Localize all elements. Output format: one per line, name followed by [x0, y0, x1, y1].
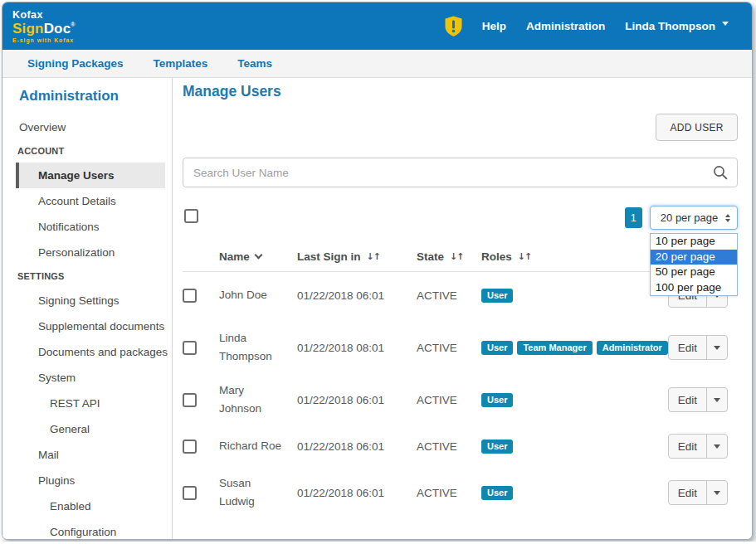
- logo-tagline: E-sign with Kofax: [12, 38, 76, 44]
- edit-split-button: Edit: [668, 387, 728, 412]
- user-name-cell: Richard Roe: [219, 437, 297, 455]
- edit-button[interactable]: Edit: [669, 388, 706, 411]
- edit-dropdown-toggle[interactable]: [706, 336, 727, 359]
- state-cell: ACTIVE: [417, 289, 481, 302]
- manage-users-panel: Manage Users ADD USER 1 20 per page: [173, 78, 753, 540]
- role-badge: User: [481, 486, 513, 500]
- user-menu[interactable]: Linda Thompson: [625, 20, 729, 32]
- column-header-last-sign-in[interactable]: Last Sign in ↓↑: [297, 250, 417, 263]
- sidebar-item-rest-api[interactable]: REST API: [2, 391, 172, 416]
- nav-templates[interactable]: Templates: [154, 57, 208, 70]
- sidebar-item-documents-and-packages[interactable]: Documents and packages: [2, 339, 172, 365]
- sort-both-icon: ↓↑: [450, 251, 463, 262]
- per-page-option-100[interactable]: 100 per page: [651, 280, 737, 296]
- last-sign-in-cell: 01/22/2018 06:01: [297, 289, 417, 302]
- row-checkbox[interactable]: [183, 440, 197, 454]
- edit-split-button: Edit: [668, 335, 728, 360]
- select-all-checkbox[interactable]: [184, 209, 198, 223]
- sidebar-item-signing-settings[interactable]: Signing Settings: [2, 288, 172, 313]
- table-row: Richard Roe 01/22/2018 06:01 ACTIVE User…: [183, 423, 738, 469]
- row-checkbox[interactable]: [183, 486, 197, 500]
- per-page-option-10[interactable]: 10 per page: [651, 234, 737, 250]
- main-nav-bar: Signing Packages Templates Teams: [2, 50, 752, 78]
- column-header-state[interactable]: State ↓↑: [417, 250, 481, 263]
- administration-link[interactable]: Administration: [526, 20, 605, 32]
- state-cell: ACTIVE: [417, 342, 481, 354]
- user-name-cell: Linda Thompson: [219, 329, 297, 365]
- edit-button[interactable]: Edit: [669, 435, 706, 458]
- state-cell: ACTIVE: [417, 440, 481, 453]
- sidebar-item-personalization[interactable]: Personalization: [2, 240, 172, 265]
- role-badge: User: [481, 393, 513, 407]
- last-sign-in-cell: 01/22/2018 06:01: [297, 487, 417, 499]
- sidebar-item-manage-users[interactable]: Manage Users: [16, 163, 165, 188]
- content-area: Administration Overview ACCOUNT Manage U…: [2, 78, 752, 540]
- row-checkbox[interactable]: [183, 393, 197, 407]
- per-page-option-50[interactable]: 50 per page: [651, 265, 737, 280]
- sidebar-section-settings: SETTINGS: [2, 265, 172, 288]
- role-badge: User: [481, 440, 513, 454]
- last-sign-in-cell: 01/22/2018 06:01: [297, 440, 417, 453]
- chevron-down-icon: [722, 22, 729, 26]
- sidebar-item-overview[interactable]: Overview: [2, 114, 172, 140]
- role-badge: User: [481, 289, 513, 303]
- role-badge: Administrator: [597, 341, 668, 355]
- edit-button[interactable]: Edit: [669, 481, 706, 504]
- state-cell: ACTIVE: [417, 487, 481, 499]
- logo-brand: Kofax: [12, 10, 76, 21]
- add-user-button[interactable]: ADD USER: [656, 114, 737, 141]
- sidebar-item-notifications[interactable]: Notifications: [2, 214, 172, 240]
- kofax-signdoc-logo: Kofax SignDoc® E-sign with Kofax: [12, 8, 76, 43]
- nav-signing-packages[interactable]: Signing Packages: [27, 57, 124, 70]
- sort-desc-icon: [254, 251, 262, 260]
- user-name: Linda Thompson: [625, 20, 715, 32]
- user-name-cell: John Doe: [219, 286, 297, 304]
- column-header-roles[interactable]: Roles ↓↑: [481, 250, 668, 263]
- top-header-bar: Kofax SignDoc® E-sign with Kofax Help Ad…: [2, 2, 752, 50]
- edit-split-button: Edit: [668, 434, 728, 459]
- search-input[interactable]: [183, 158, 738, 187]
- row-checkbox[interactable]: [183, 289, 197, 303]
- trademark-icon: ®: [71, 22, 75, 27]
- warning-shield-icon[interactable]: [445, 16, 462, 36]
- help-link[interactable]: Help: [482, 20, 506, 32]
- last-sign-in-cell: 01/22/2018 06:01: [297, 394, 417, 406]
- per-page-value: 20 per page: [661, 211, 718, 224]
- sidebar-item-account-details[interactable]: Account Details: [2, 188, 172, 214]
- search-icon[interactable]: [713, 165, 728, 180]
- caret-down-icon: [714, 491, 720, 495]
- edit-dropdown-toggle[interactable]: [706, 435, 727, 458]
- page-number-button[interactable]: 1: [625, 207, 642, 228]
- last-sign-in-cell: 01/22/2018 08:01: [297, 342, 417, 354]
- row-checkbox[interactable]: [183, 341, 197, 355]
- table-row: Linda Thompson 01/22/2018 08:01 ACTIVE U…: [183, 318, 738, 376]
- sort-both-icon: ↓↑: [367, 251, 380, 262]
- table-row: Susan Ludwig 01/22/2018 06:01 ACTIVE Use…: [183, 469, 738, 516]
- sidebar-item-configuration[interactable]: Configuration: [2, 519, 172, 540]
- sidebar-item-system[interactable]: System: [2, 365, 172, 391]
- sidebar-item-supplemental-documents[interactable]: Supplemental documents: [2, 313, 172, 339]
- caret-down-icon: [714, 346, 720, 350]
- page-title: Manage Users: [183, 83, 738, 100]
- topbar-right-menu: Help Administration Linda Thompson: [445, 16, 729, 36]
- caret-down-icon: [714, 398, 720, 402]
- sidebar-item-enabled[interactable]: Enabled: [2, 493, 172, 519]
- sidebar-item-mail[interactable]: Mail: [2, 442, 172, 468]
- per-page-select[interactable]: 20 per page: [650, 206, 738, 230]
- sidebar-item-plugins[interactable]: Plugins: [2, 468, 172, 493]
- sidebar-item-general[interactable]: General: [2, 416, 172, 442]
- caret-down-icon: [714, 444, 720, 449]
- user-name-cell: Mary Johnson: [219, 381, 297, 417]
- edit-dropdown-toggle[interactable]: [706, 388, 727, 411]
- nav-teams[interactable]: Teams: [237, 57, 272, 70]
- edit-split-button: Edit: [668, 480, 728, 505]
- column-header-name[interactable]: Name: [219, 250, 297, 263]
- per-page-dropdown-menu: 10 per page 20 per page 50 per page 100 …: [650, 233, 738, 296]
- per-page-option-20[interactable]: 20 per page: [651, 250, 737, 265]
- edit-dropdown-toggle[interactable]: [706, 481, 727, 504]
- edit-button[interactable]: Edit: [669, 336, 706, 359]
- sort-both-icon: ↓↑: [518, 251, 531, 262]
- state-cell: ACTIVE: [417, 394, 481, 406]
- app-window: Kofax SignDoc® E-sign with Kofax Help Ad…: [2, 2, 753, 540]
- admin-sidebar: Administration Overview ACCOUNT Manage U…: [2, 78, 173, 540]
